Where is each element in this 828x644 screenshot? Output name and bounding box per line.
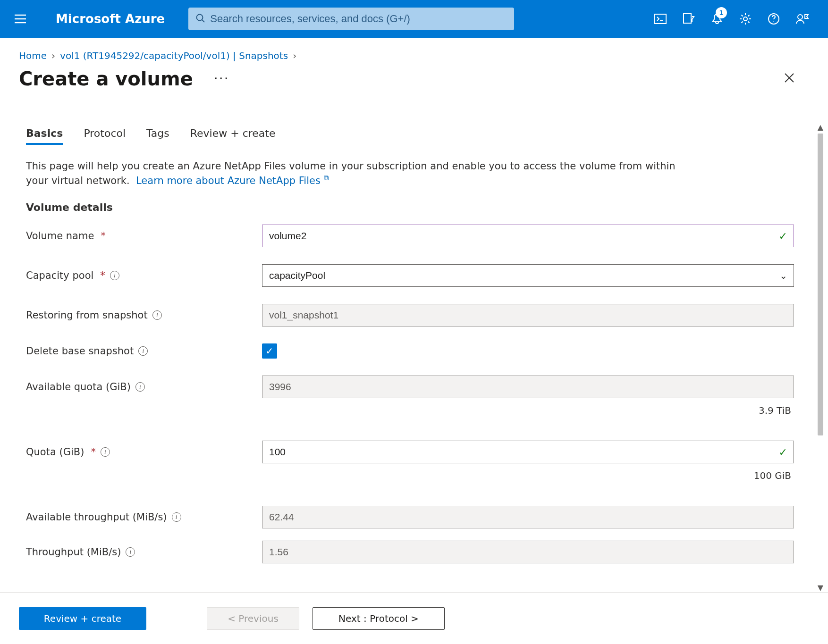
- previous-button: < Previous: [207, 607, 299, 630]
- capacity-pool-label: Capacity pool: [26, 270, 93, 281]
- intro-text: This page will help you create an Azure …: [26, 159, 696, 188]
- notification-badge: 1: [716, 7, 727, 18]
- help-icon[interactable]: [767, 12, 781, 26]
- feedback-icon[interactable]: [795, 12, 809, 26]
- tab-review[interactable]: Review + create: [190, 127, 276, 145]
- next-protocol-button[interactable]: Next : Protocol >: [313, 607, 445, 630]
- intro-body: This page will help you create an Azure …: [26, 160, 676, 186]
- cloud-shell-icon[interactable]: [653, 12, 667, 26]
- header-icons: 1: [653, 12, 819, 26]
- restoring-snapshot-field: [262, 304, 794, 326]
- search-input[interactable]: [210, 13, 507, 25]
- title-row: Create a volume ···: [0, 65, 828, 90]
- more-actions-icon[interactable]: ···: [214, 72, 229, 85]
- scroll-up-icon[interactable]: ▲: [818, 123, 823, 132]
- external-link-icon: ⧉: [324, 173, 329, 184]
- required-asterisk: *: [101, 230, 106, 242]
- throughput-field: [262, 541, 794, 563]
- breadcrumb-home[interactable]: Home: [19, 50, 47, 61]
- info-icon[interactable]: i: [110, 271, 119, 280]
- delete-base-checkbox[interactable]: ✓: [262, 343, 277, 359]
- svg-rect-2: [684, 14, 691, 23]
- check-icon: ✓: [779, 230, 787, 242]
- top-bar: Microsoft Azure 1: [0, 0, 828, 38]
- tab-basics[interactable]: Basics: [26, 127, 63, 145]
- info-icon[interactable]: i: [135, 382, 145, 392]
- directory-filter-icon[interactable]: [682, 12, 696, 26]
- check-icon: ✓: [779, 446, 787, 458]
- required-asterisk: *: [91, 446, 96, 458]
- learn-more-link[interactable]: Learn more about Azure NetApp Files ⧉: [136, 175, 329, 186]
- page-title: Create a volume: [19, 68, 193, 90]
- search-icon: [196, 14, 205, 25]
- avail-throughput-field: [262, 506, 794, 528]
- settings-gear-icon[interactable]: [738, 12, 752, 26]
- svg-point-0: [197, 14, 203, 20]
- scroll-thumb[interactable]: [818, 134, 823, 435]
- section-heading: Volume details: [26, 201, 794, 213]
- info-icon[interactable]: i: [126, 547, 135, 557]
- capacity-pool-select[interactable]: [262, 264, 794, 287]
- quota-hint: 100 GiB: [262, 470, 794, 481]
- breadcrumb-path[interactable]: vol1 (RT1945292/capacityPool/vol1) | Sna…: [60, 50, 288, 61]
- hamburger-menu-icon[interactable]: [9, 8, 31, 30]
- avail-quota-hint: 3.9 TiB: [262, 405, 794, 416]
- info-icon[interactable]: i: [172, 512, 181, 522]
- delete-base-label: Delete base snapshot: [26, 345, 134, 357]
- breadcrumb: Home › vol1 (RT1945292/capacityPool/vol1…: [0, 38, 828, 65]
- info-icon[interactable]: i: [138, 346, 148, 356]
- search-wrap: [188, 8, 514, 30]
- svg-point-5: [798, 15, 803, 19]
- close-icon[interactable]: [784, 71, 809, 87]
- info-icon[interactable]: i: [152, 310, 162, 320]
- quota-label: Quota (GiB): [26, 446, 84, 458]
- chevron-right-icon: ›: [51, 50, 55, 61]
- footer-bar: Review + create < Previous Next : Protoc…: [0, 592, 828, 644]
- volume-name-label: Volume name: [26, 230, 94, 242]
- quota-input[interactable]: [262, 441, 794, 463]
- chevron-right-icon: ›: [293, 50, 296, 61]
- scrollbar[interactable]: ▲ ▼: [813, 123, 828, 592]
- search-box[interactable]: [188, 8, 514, 30]
- avail-throughput-label: Available throughput (MiB/s): [26, 511, 167, 523]
- restoring-label: Restoring from snapshot: [26, 309, 148, 321]
- throughput-label: Throughput (MiB/s): [26, 546, 121, 558]
- svg-rect-1: [655, 14, 666, 24]
- svg-point-3: [744, 17, 747, 21]
- tabs: Basics Protocol Tags Review + create: [26, 127, 794, 145]
- avail-quota-label: Available quota (GiB): [26, 381, 131, 393]
- tab-protocol[interactable]: Protocol: [84, 127, 126, 145]
- notifications-icon[interactable]: 1: [710, 12, 724, 26]
- info-icon[interactable]: i: [101, 447, 110, 457]
- brand-label[interactable]: Microsoft Azure: [56, 12, 165, 26]
- scroll-down-icon[interactable]: ▼: [818, 583, 823, 592]
- avail-quota-field: [262, 376, 794, 398]
- tab-tags[interactable]: Tags: [146, 127, 169, 145]
- required-asterisk: *: [100, 270, 105, 281]
- content-pane: Basics Protocol Tags Review + create Thi…: [0, 118, 813, 592]
- review-create-button[interactable]: Review + create: [19, 607, 146, 630]
- volume-name-input[interactable]: [262, 225, 794, 247]
